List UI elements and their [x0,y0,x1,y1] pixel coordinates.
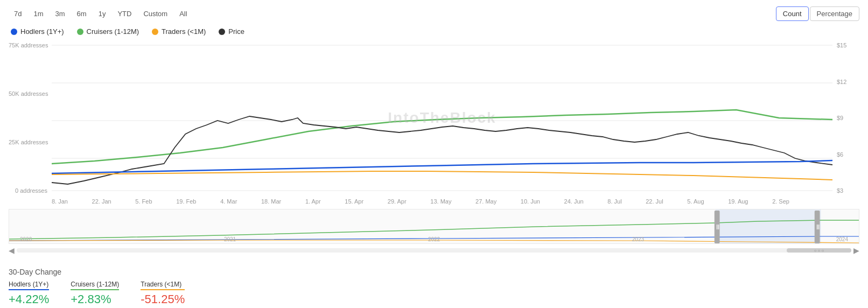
time-btn-3m[interactable]: 3m [50,8,71,20]
legend-price: Price [219,27,244,36]
x-label-7: 15. Apr [345,198,363,205]
y-label-50k: 50K addresses [9,90,47,97]
change-hodlers: Hodlers (1Y+) +4.22% [9,281,49,306]
change-cruisers-value: +2.83% [71,292,119,306]
x-label-14: 22. Jul [646,198,663,205]
time-btn-1y[interactable]: 1y [93,8,111,20]
x-label-0: 8. Jan [52,198,68,205]
navigator[interactable]: 2020 2021 2022 2023 2024 [9,209,859,244]
legend-hodlers: Hodlers (1Y+) [11,27,64,36]
change-hodlers-value: +4.22% [9,292,49,306]
x-label-6: 1. Apr [305,198,321,205]
scrollbar-row: ◀ ○ ○ ○ ▶ [9,246,859,255]
toolbar: 7d 1m 3m 6m 1y YTD Custom All Count Perc… [9,6,859,21]
y-label-9: $9 [837,115,859,121]
x-label-8: 29. Apr [388,198,407,205]
x-label-17: 2. Sep [772,198,789,205]
time-btn-1m[interactable]: 1m [28,8,48,20]
x-label-15: 5. Aug [687,198,704,205]
hodlers-dot [11,29,17,35]
legend-cruisers: Cruisers (1-12M) [77,27,139,36]
x-label-13: 8. Jul [607,198,621,205]
y-label-15: $15 [837,42,859,48]
navigator-svg [9,209,859,244]
x-label-9: 13. May [430,198,451,205]
change-cruisers: Cruisers (1-12M) +2.83% [71,281,119,306]
y-label-75k: 75K addresses [9,42,47,48]
hodlers-label: Hodlers (1Y+) [20,27,64,36]
view-percentage-button[interactable]: Percentage [810,6,860,21]
chart-legend: Hodlers (1Y+) Cruisers (1-12M) Traders (… [9,27,859,36]
time-btn-ytd[interactable]: YTD [112,8,137,20]
time-btn-custom[interactable]: Custom [138,8,173,20]
price-label: Price [228,27,244,36]
time-btn-6m[interactable]: 6m [72,8,92,20]
y-label-12: $12 [837,79,859,85]
change-traders-value: -51.25% [141,292,185,306]
x-label-12: 24. Jun [564,198,584,205]
change-hodlers-label: Hodlers (1Y+) [9,281,49,290]
change-title: 30-Day Change [9,268,859,276]
time-btn-all[interactable]: All [174,8,192,20]
y-axis-left: 75K addresses 50K addresses 25K addresse… [9,40,52,196]
scroll-track[interactable]: ○ ○ ○ [17,248,851,253]
x-label-2: 5. Feb [135,198,152,205]
change-section: 30-Day Change Hodlers (1Y+) +4.22% Cruis… [9,263,859,308]
traders-label: Traders (<1M) [162,27,206,36]
main-container: 7d 1m 3m 6m 1y YTD Custom All Count Perc… [0,0,868,308]
change-traders: Traders (<1M) -51.25% [141,281,185,306]
legend-traders: Traders (<1M) [152,27,206,36]
view-toggle: Count Percentage [776,6,859,21]
svg-rect-5 [716,209,821,244]
x-axis: 8. Jan 22. Jan 5. Feb 19. Feb 4. Mar 18.… [9,196,859,209]
change-traders-label: Traders (<1M) [141,281,185,290]
x-label-5: 18. Mar [261,198,281,205]
y-axis-right: $15 $12 $9 $6 $3 [832,40,859,196]
scroll-left-arrow[interactable]: ◀ [9,246,15,255]
main-chart-svg [52,40,832,196]
x-label-11: 10. Jun [521,198,540,205]
scroll-thumb[interactable]: ○ ○ ○ [787,248,851,253]
y-label-3: $3 [837,187,859,194]
x-label-4: 4. Mar [220,198,237,205]
time-range-selector: 7d 1m 3m 6m 1y YTD Custom All [9,8,193,20]
x-label-3: 19. Feb [176,198,196,205]
price-dot [219,29,225,35]
cruisers-label: Cruisers (1-12M) [87,27,139,36]
change-items: Hodlers (1Y+) +4.22% Cruisers (1-12M) +2… [9,281,859,306]
scroll-right-arrow[interactable]: ▶ [853,246,859,255]
cruisers-dot [77,29,83,35]
view-count-button[interactable]: Count [776,6,809,21]
traders-dot [152,29,158,35]
y-label-6: $6 [837,151,859,158]
time-btn-7d[interactable]: 7d [9,8,27,20]
y-label-0: 0 addresses [9,187,47,194]
change-cruisers-label: Cruisers (1-12M) [71,281,119,290]
x-label-16: 19. Aug [728,198,748,205]
x-label-1: 22. Jan [92,198,111,205]
y-label-25k: 25K addresses [9,139,47,145]
x-label-10: 27. May [475,198,496,205]
